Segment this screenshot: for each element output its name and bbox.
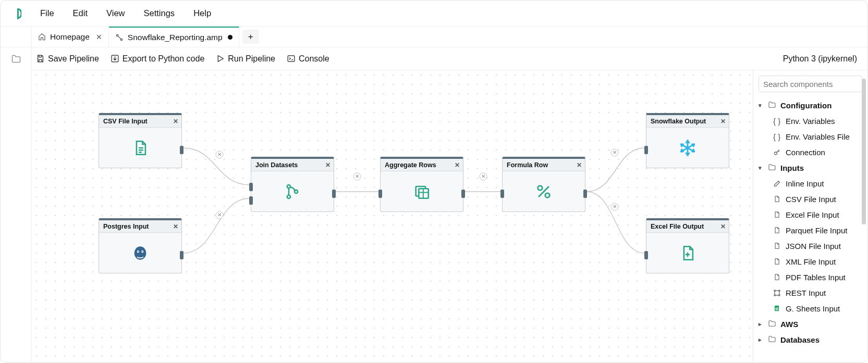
category-configuration[interactable]: ▾ Configuration [756,97,864,113]
menu-settings[interactable]: Settings [137,5,182,21]
node-snow[interactable]: Snowflake Output ✕ [646,113,729,168]
input-port[interactable] [644,251,648,259]
component-label: XML File Input [786,257,836,266]
unsaved-dot-icon [228,35,233,40]
edge[interactable] [183,148,250,185]
folder-icon [768,163,776,173]
category-databases[interactable]: ▸ Databases [756,332,864,347]
component-label: Excel File Input [786,210,839,219]
left-gutter [1,47,32,363]
component-parquet-file-input[interactable]: Parquet File Input [756,222,864,238]
category-aws[interactable]: ▸ AWS [756,316,864,332]
save-pipeline-button[interactable]: Save Pipeline [32,52,103,66]
export-python-button[interactable]: Export to Python code [106,52,209,66]
tab-snowflake-reporting[interactable]: Snowflake_Reporting.amp [109,27,239,47]
menu-view[interactable]: View [99,5,132,21]
component-xml-file-input[interactable]: XML File Input [756,254,864,269]
node-title: Join Datasets [255,161,298,169]
folder-icon[interactable] [11,54,21,64]
component-excel-file-input[interactable]: Excel File Input [756,207,864,222]
edge-delete-icon[interactable] [611,149,618,156]
category-label: Databases [780,335,820,344]
node-title: CSV File Input [103,118,148,125]
node-csv[interactable]: CSV File Input ✕ [99,113,182,168]
close-icon[interactable]: ✕ [325,161,331,169]
component-g-sheets-input[interactable]: G. Sheets Input [756,301,864,316]
edge-delete-icon[interactable] [216,211,223,219]
edge-delete-icon[interactable] [611,203,618,210]
kernel-indicator[interactable]: Python 3 (ipykernel) [783,54,862,64]
close-icon[interactable]: ✕ [720,118,726,125]
category-label: Configuration [780,101,832,110]
component-env-variables-file[interactable]: { }Env. Variables File [756,129,864,144]
input-port[interactable] [378,190,382,198]
edge-delete-icon[interactable] [480,173,487,180]
tab-homepage[interactable]: Homepage ✕ [32,27,109,47]
run-pipeline-button[interactable]: Run Pipeline [212,52,279,66]
component-label: Inline Input [786,179,824,188]
node-body [99,128,181,168]
save-label: Save Pipeline [48,54,99,64]
node-body [503,171,585,211]
output-port[interactable] [461,190,465,198]
caret-icon: ▸ [759,321,764,328]
search-input-wrap[interactable] [759,76,862,92]
node-formula[interactable]: Formula Row ✕ [502,157,585,212]
folder-icon [768,335,776,345]
close-icon[interactable]: ✕ [720,223,726,230]
close-icon[interactable]: ✕ [173,223,178,230]
component-label: Parquet File Input [786,226,847,235]
component-json-file-input[interactable]: JSON File Input [756,238,864,254]
component-rest-input[interactable]: REST Input [756,285,864,301]
node-pg[interactable]: Postgres Input ✕ [99,218,182,273]
percent-icon [535,183,553,201]
scrollbar[interactable] [862,79,866,224]
close-icon: ✕ [613,149,617,155]
edge[interactable] [183,198,250,253]
input-port[interactable] [249,183,253,191]
search-input[interactable] [763,80,862,89]
node-title: Postgres Input [103,223,149,230]
input-port[interactable] [644,146,648,154]
component-label: G. Sheets Input [786,304,840,313]
console-button[interactable]: Console [283,52,334,66]
home-icon [38,33,46,41]
menu-help[interactable]: Help [186,5,218,21]
csvfile-icon [131,139,149,157]
node-header: Postgres Input ✕ [99,220,181,233]
node-excel[interactable]: Excel File Output ✕ [646,218,729,273]
close-icon[interactable]: ✕ [96,33,102,41]
node-agg[interactable]: Aggregate Rows ✕ [380,157,463,212]
add-tab-button[interactable]: + [242,30,259,44]
svg-point-9 [779,294,780,296]
output-port[interactable] [180,146,184,154]
export-label: Export to Python code [123,54,204,64]
node-join[interactable]: Join Datasets ✕ [251,157,334,212]
pipeline-canvas[interactable]: ✕✕✕✕✕✕ CSV File Input ✕ Postgres Input ✕… [32,70,753,363]
component-csv-file-input[interactable]: CSV File Input [756,191,864,207]
component-label: PDF Tables Input [786,273,846,282]
close-icon[interactable]: ✕ [577,161,582,169]
close-icon[interactable]: ✕ [455,161,460,169]
edge[interactable] [586,148,645,192]
input-port[interactable] [249,196,253,205]
edge[interactable] [586,192,645,253]
close-icon: ✕ [355,173,359,179]
output-port[interactable] [180,251,184,259]
menu-edit[interactable]: Edit [66,5,95,21]
svg-point-0 [116,34,118,36]
component-pdf-tables-input[interactable]: PDF Tables Input [756,269,864,285]
component-inline-input[interactable]: Inline Input [756,176,864,191]
close-icon[interactable]: ✕ [173,118,178,125]
category-inputs[interactable]: ▾ Inputs [756,160,864,176]
output-port[interactable] [332,190,336,198]
output-port[interactable] [583,190,587,198]
edge-delete-icon[interactable] [353,173,361,180]
input-port[interactable] [500,190,504,198]
menu-file[interactable]: File [33,5,62,21]
edge-delete-icon[interactable] [216,151,223,158]
component-env-variables[interactable]: { }Env. Variables [756,113,864,129]
node-title: Snowflake Output [651,118,706,125]
toolbar: Save Pipeline Export to Python code Run … [32,47,867,70]
component-connection[interactable]: Connection [756,144,864,160]
